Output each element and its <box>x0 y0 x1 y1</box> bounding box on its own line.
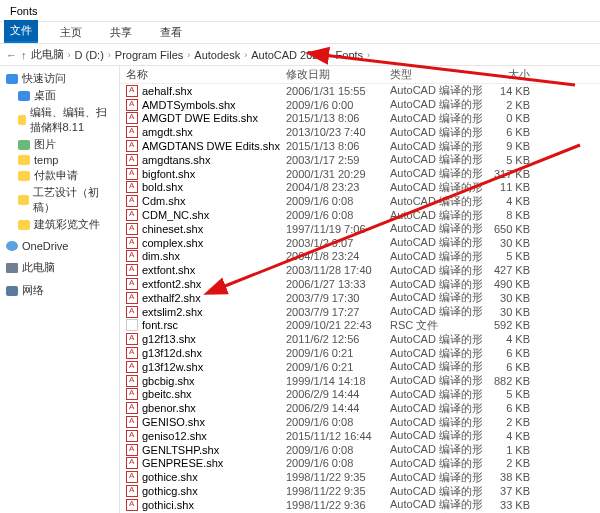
file-size: 2 KB <box>482 99 538 111</box>
file-row[interactable]: AMGDTANS DWE Edits.shx2015/1/13 8:06Auto… <box>120 139 600 153</box>
file-row[interactable]: gothicg.shx1998/11/22 9:35AutoCAD 编译的形37… <box>120 484 600 498</box>
file-size: 14 KB <box>482 85 538 97</box>
file-row[interactable]: dim.shx2004/1/8 23:24AutoCAD 编译的形5 KB <box>120 250 600 264</box>
file-row[interactable]: exthalf2.shx2003/7/9 17:30AutoCAD 编译的形30… <box>120 291 600 305</box>
file-row[interactable]: AMGDT DWE Edits.shx2015/1/13 8:06AutoCAD… <box>120 112 600 126</box>
file-icon <box>126 250 138 262</box>
tab-view[interactable]: 查看 <box>154 22 188 43</box>
tab-file[interactable]: 文件 <box>4 20 38 43</box>
file-size: 5 KB <box>482 154 538 166</box>
file-row[interactable]: bigfont.shx2000/1/31 20:29AutoCAD 编译的形31… <box>120 167 600 181</box>
file-row[interactable]: gothice.shx1998/11/22 9:35AutoCAD 编译的形38… <box>120 470 600 484</box>
file-row[interactable]: amgdt.shx2013/10/23 7:40AutoCAD 编译的形6 KB <box>120 125 600 139</box>
sidebar-temp[interactable]: temp <box>0 153 119 167</box>
file-icon <box>126 457 138 469</box>
file-row[interactable]: font.rsc2009/10/21 22:43RSC 文件592 KB <box>120 319 600 333</box>
file-row[interactable]: gbenor.shx2006/2/9 14:44AutoCAD 编译的形6 KB <box>120 401 600 415</box>
file-size: 33 KB <box>482 499 538 511</box>
col-type[interactable]: 类型 <box>390 67 482 82</box>
file-name: gothici.shx <box>142 499 194 511</box>
file-row[interactable]: gbcbig.shx1999/1/14 14:18AutoCAD 编译的形882… <box>120 374 600 388</box>
sidebar-folder-2[interactable]: 付款申请 <box>0 167 119 184</box>
file-date: 2000/1/31 20:29 <box>286 168 390 180</box>
file-row[interactable]: extfont2.shx2006/1/27 13:33AutoCAD 编译的形4… <box>120 277 600 291</box>
file-name: GENISO.shx <box>142 416 205 428</box>
file-date: 2013/10/23 7:40 <box>286 126 390 138</box>
file-row[interactable]: Cdm.shx2009/1/6 0:08AutoCAD 编译的形4 KB <box>120 194 600 208</box>
col-name[interactable]: 名称 <box>126 67 286 82</box>
file-row[interactable]: chineset.shx1997/11/19 7:06AutoCAD 编译的形6… <box>120 222 600 236</box>
sidebar-pictures[interactable]: 图片 <box>0 136 119 153</box>
file-type: AutoCAD 编译的形 <box>390 125 482 140</box>
file-row[interactable]: gothici.shx1998/11/22 9:36AutoCAD 编译的形33… <box>120 498 600 512</box>
file-type: AutoCAD 编译的形 <box>390 332 482 347</box>
sidebar-quick-access[interactable]: 快速访问 <box>0 70 119 87</box>
crumb-pf[interactable]: Program Files <box>115 49 183 61</box>
sidebar-this-pc[interactable]: 此电脑 <box>0 259 119 276</box>
file-type: AutoCAD 编译的形 <box>390 83 482 98</box>
file-row[interactable]: aehalf.shx2006/1/31 15:55AutoCAD 编译的形14 … <box>120 84 600 98</box>
file-size: 2 KB <box>482 416 538 428</box>
file-list: 名称 修改日期 类型 大小 aehalf.shx2006/1/31 15:55A… <box>120 66 600 513</box>
file-row[interactable]: amgdtans.shx2003/1/17 2:59AutoCAD 编译的形5 … <box>120 153 600 167</box>
file-type: AutoCAD 编译的形 <box>390 373 482 388</box>
file-row[interactable]: g13f12w.shx2009/1/6 0:21AutoCAD 编译的形6 KB <box>120 360 600 374</box>
crumb-autodesk[interactable]: Autodesk <box>194 49 240 61</box>
tab-share[interactable]: 共享 <box>104 22 138 43</box>
sidebar-network[interactable]: 网络 <box>0 282 119 299</box>
file-name: Cdm.shx <box>142 195 185 207</box>
file-row[interactable]: GENLTSHP.shx2009/1/6 0:08AutoCAD 编译的形1 K… <box>120 443 600 457</box>
file-row[interactable]: complex.shx2003/1/2 9:07AutoCAD 编译的形30 K… <box>120 236 600 250</box>
file-icon <box>126 195 138 207</box>
col-date[interactable]: 修改日期 <box>286 67 390 82</box>
file-row[interactable]: gbeitc.shx2006/2/9 14:44AutoCAD 编译的形5 KB <box>120 388 600 402</box>
file-row[interactable]: GENISO.shx2009/1/6 0:08AutoCAD 编译的形2 KB <box>120 415 600 429</box>
file-type: AutoCAD 编译的形 <box>390 111 482 126</box>
file-row[interactable]: extfont.shx2003/11/28 17:40AutoCAD 编译的形4… <box>120 263 600 277</box>
file-row[interactable]: geniso12.shx2015/11/12 16:44AutoCAD 编译的形… <box>120 429 600 443</box>
file-name: bold.shx <box>142 181 183 193</box>
file-type: RSC 文件 <box>390 318 482 333</box>
file-date: 2009/1/6 0:08 <box>286 209 390 221</box>
desktop-icon <box>18 91 30 101</box>
file-type: AutoCAD 编译的形 <box>390 456 482 471</box>
file-icon <box>126 99 138 111</box>
sidebar-onedrive[interactable]: OneDrive <box>0 239 119 253</box>
file-date: 2009/1/6 0:00 <box>286 99 390 111</box>
folder-icon <box>18 155 30 165</box>
file-row[interactable]: g13f12d.shx2009/1/6 0:21AutoCAD 编译的形6 KB <box>120 346 600 360</box>
crumb-acad[interactable]: AutoCAD 2020 <box>251 49 324 61</box>
file-date: 2003/7/9 17:30 <box>286 292 390 304</box>
window-title: Fonts <box>10 5 38 17</box>
sidebar-folder-1[interactable]: 编辑、编辑、扫描储料8.11 <box>0 104 119 136</box>
file-row[interactable]: extslim2.shx2003/7/9 17:27AutoCAD 编译的形30… <box>120 305 600 319</box>
file-name: font.rsc <box>142 319 178 331</box>
file-size: 5 KB <box>482 388 538 400</box>
nav-pane: 快速访问 桌面 编辑、编辑、扫描储料8.11 图片 temp 付款申请 工艺设计… <box>0 66 120 513</box>
crumb-fonts[interactable]: Fonts <box>336 49 364 61</box>
crumb-d[interactable]: D (D:) <box>75 49 104 61</box>
crumb-pc[interactable]: 此电脑 <box>31 47 64 62</box>
nav-back-icon[interactable]: ← <box>6 49 17 61</box>
tab-home[interactable]: 主页 <box>54 22 88 43</box>
file-size: 0 KB <box>482 112 538 124</box>
sidebar-folder-4[interactable]: 建筑彩览文件 <box>0 216 119 233</box>
file-name: amgdt.shx <box>142 126 193 138</box>
file-name: g12f13.shx <box>142 333 196 345</box>
pc-icon <box>6 263 18 273</box>
nav-up-icon[interactable]: ↑ <box>21 49 27 61</box>
file-size: 882 KB <box>482 375 538 387</box>
col-size[interactable]: 大小 <box>482 67 538 82</box>
file-row[interactable]: GENPRESE.shx2009/1/6 0:08AutoCAD 编译的形2 K… <box>120 457 600 471</box>
breadcrumb[interactable]: ← ↑ 此电脑› D (D:)› Program Files› Autodesk… <box>0 44 600 66</box>
file-row[interactable]: g12f13.shx2011/6/2 12:56AutoCAD 编译的形4 KB <box>120 332 600 346</box>
file-size: 30 KB <box>482 306 538 318</box>
sidebar-desktop[interactable]: 桌面 <box>0 87 119 104</box>
file-row[interactable]: bold.shx2004/1/8 23:23AutoCAD 编译的形11 KB <box>120 181 600 195</box>
column-headers[interactable]: 名称 修改日期 类型 大小 <box>120 66 600 84</box>
sidebar-folder-3[interactable]: 工艺设计（初稿） <box>0 184 119 216</box>
file-row[interactable]: CDM_NC.shx2009/1/6 0:08AutoCAD 编译的形8 KB <box>120 208 600 222</box>
file-type: AutoCAD 编译的形 <box>390 194 482 209</box>
file-date: 2003/1/17 2:59 <box>286 154 390 166</box>
file-row[interactable]: AMDTSymbols.shx2009/1/6 0:00AutoCAD 编译的形… <box>120 98 600 112</box>
